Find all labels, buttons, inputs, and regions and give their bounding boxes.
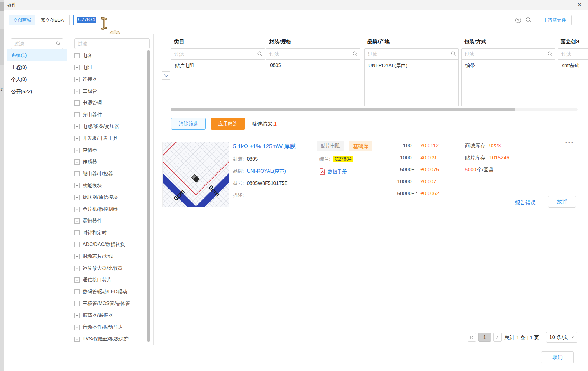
category-item[interactable]: +连接器: [74, 74, 147, 85]
apply-filters-button[interactable]: 应用筛选: [211, 118, 245, 130]
filter-option[interactable]: smt基础: [558, 60, 588, 72]
library-item-personal[interactable]: 个人(0): [7, 74, 67, 86]
category-item[interactable]: +电阻: [74, 62, 147, 74]
expand-plus-icon[interactable]: +: [74, 337, 80, 342]
brand-link[interactable]: UNI-ROYAL(厚声): [247, 169, 286, 174]
expand-plus-icon[interactable]: +: [74, 148, 80, 153]
category-item[interactable]: +ADC/DAC/数据转换: [74, 239, 147, 251]
filter-option[interactable]: 编带: [462, 60, 555, 72]
expand-plus-icon[interactable]: +: [74, 242, 80, 247]
expand-plus-icon[interactable]: +: [74, 65, 80, 70]
clear-search-icon[interactable]: [515, 17, 521, 25]
filter-input-category[interactable]: [171, 48, 265, 60]
place-button[interactable]: 放置: [548, 196, 576, 208]
first-page-button[interactable]: [468, 333, 476, 342]
category-item[interactable]: +功能模块: [74, 180, 147, 192]
expand-plus-icon[interactable]: +: [74, 277, 80, 283]
expand-plus-icon[interactable]: +: [74, 266, 80, 271]
expand-plus-icon[interactable]: +: [74, 313, 80, 318]
cancel-button[interactable]: 取消: [541, 351, 574, 363]
part-search-input[interactable]: [74, 15, 534, 25]
expand-plus-icon[interactable]: +: [74, 100, 80, 106]
request-new-part-button[interactable]: 申请新元件: [538, 15, 572, 25]
library-item-project[interactable]: 工程(0): [7, 61, 67, 74]
expand-plus-icon[interactable]: +: [74, 207, 80, 212]
filter-col-header-packing: 包装/方式: [464, 38, 486, 45]
search-icon[interactable]: [525, 17, 532, 25]
category-item[interactable]: +数码管驱动/LED驱动: [74, 286, 147, 298]
category-item[interactable]: +物联网/通信模块: [74, 192, 147, 203]
mall-stock-row: 商城库存:9223: [465, 142, 509, 149]
filter-input-brand[interactable]: [364, 48, 459, 60]
category-item[interactable]: +射频芯片/天线: [74, 251, 147, 262]
category-item[interactable]: +运算放大器/比较器: [74, 262, 147, 274]
more-actions-icon[interactable]: ···: [565, 139, 574, 147]
category-item[interactable]: +通信接口芯片: [74, 274, 147, 286]
expand-plus-icon[interactable]: +: [74, 112, 80, 117]
expand-plus-icon[interactable]: +: [74, 136, 80, 141]
tab-lcsc-mall[interactable]: 立创商城: [9, 15, 35, 25]
category-item[interactable]: +电感/线圈/变压器: [74, 121, 147, 133]
library-item-system[interactable]: 系统(1): [7, 49, 67, 61]
filter-option[interactable]: UNI-ROYAL(厚声): [365, 60, 458, 72]
category-item[interactable]: +电容: [74, 50, 147, 62]
category-item[interactable]: +二极管: [74, 85, 147, 97]
expand-plus-icon[interactable]: +: [74, 53, 80, 58]
filter-input-package[interactable]: [266, 48, 360, 60]
category-item[interactable]: +时钟和定时: [74, 227, 147, 239]
expand-plus-icon[interactable]: +: [74, 301, 80, 306]
category-item[interactable]: +三极管/MOS管/晶体管: [74, 298, 147, 310]
library-item-public[interactable]: 公开(522): [7, 86, 67, 98]
part-category-tag[interactable]: 贴片电阻: [317, 141, 344, 151]
part-title-link[interactable]: 5.1kΩ ±1% 125mW 厚膜…: [233, 143, 301, 150]
expand-plus-icon[interactable]: +: [74, 254, 80, 259]
expand-plus-icon[interactable]: +: [74, 171, 80, 176]
category-item[interactable]: +音频器件/振动马达: [74, 321, 147, 333]
expand-plus-icon[interactable]: +: [74, 230, 80, 235]
expand-plus-icon[interactable]: +: [74, 325, 80, 330]
package-value: 0805: [247, 156, 258, 162]
expand-plus-icon[interactable]: +: [74, 124, 80, 129]
filter-input-packing[interactable]: [461, 48, 555, 60]
category-scrollbar[interactable]: [147, 50, 150, 342]
category-item[interactable]: +开发板/开发工具: [74, 133, 147, 144]
tab-jlceda[interactable]: 嘉立创EDA: [35, 15, 70, 25]
category-item[interactable]: +逻辑器件: [74, 215, 147, 227]
expand-plus-icon[interactable]: +: [74, 195, 80, 200]
datasheet-link[interactable]: 数据手册: [328, 169, 347, 175]
expand-plus-icon[interactable]: +: [74, 289, 80, 294]
filter-input-jlc-smt[interactable]: [558, 48, 588, 60]
expand-plus-icon[interactable]: +: [74, 89, 80, 94]
filter-option[interactable]: 贴片电阻: [171, 60, 265, 72]
category-item[interactable]: +电源管理: [74, 97, 147, 109]
report-error-link[interactable]: 报告错误: [515, 199, 536, 206]
category-item[interactable]: +光电器件: [74, 109, 147, 121]
filter-options-category: 贴片电阻: [171, 59, 265, 106]
filter-col-header-package: 封装/规格: [269, 38, 291, 45]
clear-filters-button[interactable]: 清除筛选: [171, 118, 206, 130]
category-item[interactable]: +TVS/保险丝/板级保护: [74, 333, 147, 345]
horizontal-scrollbar[interactable]: [171, 108, 515, 111]
category-filter-input[interactable]: [74, 38, 150, 49]
pagination-summary: 总计 1 条 | 1 页: [505, 334, 539, 341]
price-row: 100+ :¥0.0112: [385, 142, 439, 149]
expand-plus-icon[interactable]: +: [74, 77, 80, 82]
filter-option[interactable]: 0805: [266, 60, 360, 71]
divider: [160, 212, 584, 212]
expand-plus-icon[interactable]: +: [74, 218, 80, 224]
category-item[interactable]: +存储器: [74, 144, 147, 156]
expand-plus-icon[interactable]: +: [74, 159, 80, 165]
last-page-button[interactable]: [493, 333, 502, 342]
expand-plus-icon[interactable]: +: [74, 183, 80, 188]
category-item[interactable]: +继电器/电控器: [74, 168, 147, 180]
chevron-down-icon: [164, 74, 168, 77]
filter-options-packing: 编带: [461, 59, 555, 106]
category-item[interactable]: +传感器: [74, 156, 147, 168]
category-item[interactable]: +单片机/微控制器: [74, 203, 147, 215]
page-number-button[interactable]: 1: [478, 333, 491, 342]
category-item[interactable]: +振荡器/谐振器: [74, 310, 147, 321]
collapse-filters-button[interactable]: [162, 71, 170, 80]
close-icon[interactable]: ×: [575, 0, 584, 9]
last-page-icon: [496, 335, 500, 339]
page-size-select[interactable]: 10 条/页: [546, 332, 577, 343]
